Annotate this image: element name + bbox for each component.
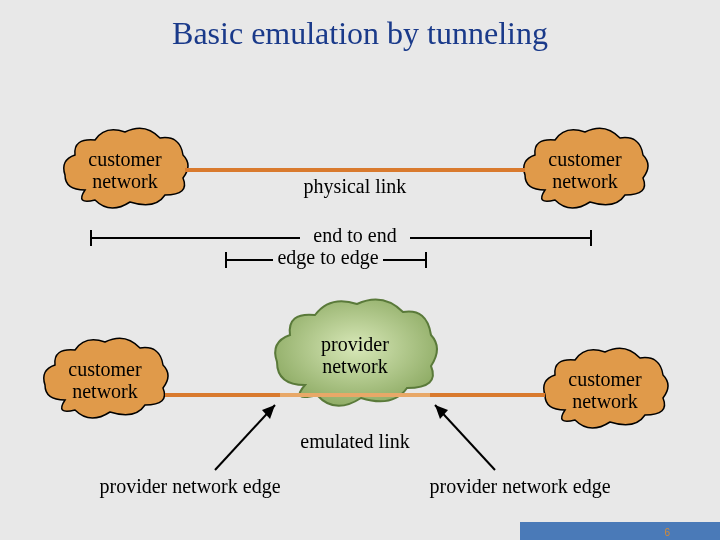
provider-edge-left-label: provider network edge: [90, 475, 290, 498]
cloud-label: provider network: [321, 333, 389, 377]
emulated-link-label: emulated link: [285, 430, 425, 453]
cloud-label: customer network: [548, 148, 621, 192]
end-to-end-label: end to end: [300, 224, 410, 247]
page-footer-bar: [520, 522, 720, 540]
page-number: 6: [664, 527, 670, 538]
cloud-label: customer network: [68, 358, 141, 402]
customer-cloud-top-left: customer network: [55, 120, 195, 220]
cloud-label: customer network: [568, 368, 641, 412]
svg-line-0: [215, 405, 275, 470]
bracket-tick: [590, 230, 592, 246]
provider-cloud: provider network: [265, 290, 445, 420]
physical-link-line: [185, 168, 525, 172]
customer-cloud-bottom-left: customer network: [35, 330, 175, 430]
edge-arrow-right: [420, 395, 500, 475]
svg-line-2: [435, 405, 495, 470]
provider-edge-right-label: provider network edge: [420, 475, 620, 498]
edge-arrow-left: [210, 395, 290, 475]
edge-to-edge-label: edge to edge: [273, 246, 383, 269]
physical-link-label: physical link: [280, 175, 430, 198]
bracket-tick: [425, 252, 427, 268]
page-title: Basic emulation by tunneling: [0, 0, 720, 52]
cloud-label: customer network: [88, 148, 161, 192]
customer-cloud-bottom-right: customer network: [535, 340, 675, 440]
emulated-link-center: [280, 393, 430, 397]
customer-cloud-top-right: customer network: [515, 120, 655, 220]
